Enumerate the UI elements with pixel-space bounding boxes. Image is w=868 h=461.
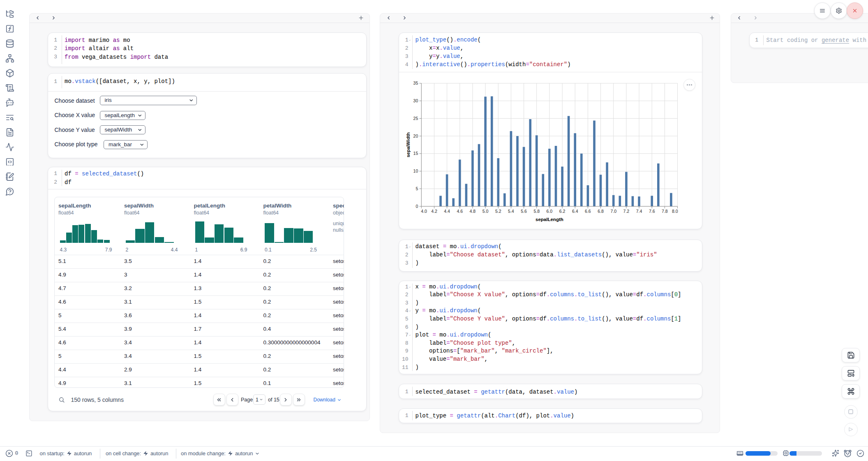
svg-text:25: 25 — [413, 116, 418, 121]
svg-text:5: 5 — [416, 186, 418, 191]
svg-text:7.4: 7.4 — [636, 209, 642, 214]
svg-text:7.8: 7.8 — [662, 209, 668, 214]
svg-text:10: 10 — [413, 168, 418, 173]
svg-text:6.2: 6.2 — [559, 209, 566, 214]
svg-text:4.0: 4.0 — [421, 209, 427, 214]
svg-text:0: 0 — [416, 204, 418, 209]
svg-text:7.6: 7.6 — [649, 209, 655, 214]
svg-text:20: 20 — [413, 134, 418, 138]
svg-text:4.6: 4.6 — [457, 209, 463, 214]
svg-text:sepalLength: sepalLength — [536, 217, 563, 222]
svg-text:5.6: 5.6 — [521, 209, 527, 214]
svg-text:4.8: 4.8 — [470, 209, 476, 214]
svg-text:35: 35 — [413, 81, 418, 85]
svg-text:7.0: 7.0 — [610, 209, 616, 214]
svg-text:5.0: 5.0 — [482, 209, 489, 214]
svg-text:6.8: 6.8 — [598, 209, 604, 214]
svg-text:30: 30 — [413, 98, 418, 103]
svg-text:7.2: 7.2 — [623, 209, 630, 214]
svg-text:8.0: 8.0 — [672, 209, 678, 214]
svg-text:4.2: 4.2 — [431, 209, 437, 214]
svg-text:5.4: 5.4 — [508, 209, 514, 214]
svg-text:sepalWidth: sepalWidth — [406, 132, 411, 157]
svg-text:6.6: 6.6 — [585, 209, 591, 214]
svg-text:5.2: 5.2 — [495, 209, 501, 214]
svg-text:4.4: 4.4 — [444, 209, 450, 214]
svg-text:5.8: 5.8 — [533, 209, 540, 214]
svg-text:15: 15 — [413, 151, 418, 156]
svg-text:6.4: 6.4 — [572, 209, 578, 214]
svg-text:6.0: 6.0 — [547, 209, 553, 214]
